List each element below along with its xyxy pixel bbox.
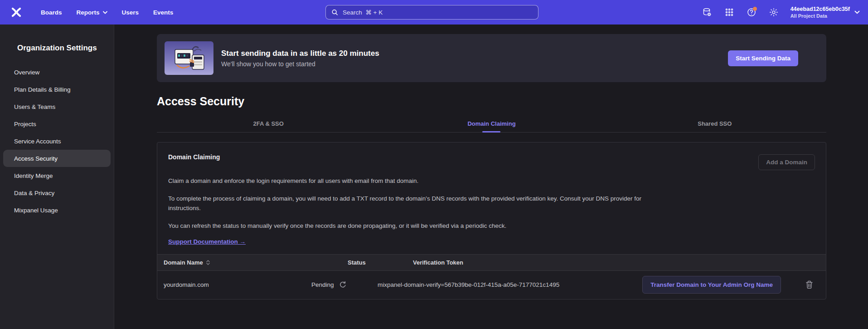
refresh-status-button[interactable]: [339, 281, 347, 289]
domain-table-row: yourdomain.com Pending mixpanel-domain-v…: [157, 271, 826, 299]
tab-2fa-sso[interactable]: 2FA & SSO: [157, 115, 380, 132]
domains-table-header: Domain Name Status Verification Token: [157, 254, 826, 271]
data-management-button[interactable]: [699, 4, 715, 20]
refresh-icon: [339, 281, 347, 289]
sidebar-item-mixpanel-usage[interactable]: Mixpanel Usage: [3, 201, 111, 219]
page-title: Access Security: [157, 95, 826, 108]
sidebar-item-overview[interactable]: Overview: [3, 64, 111, 81]
card-paragraph: You can refresh the status to manually v…: [168, 221, 651, 231]
top-navbar: Boards Reports Users Events: [0, 0, 868, 25]
transfer-domain-button[interactable]: Transfer Domain to Your Admin Org Name: [642, 276, 781, 294]
domain-name-cell: yourdomain.com: [157, 281, 311, 288]
onboarding-banner: Start sending data in as little as 20 mi…: [157, 34, 826, 82]
sort-icon: [206, 260, 210, 265]
banner-title: Start sending data in as little as 20 mi…: [221, 49, 379, 58]
help-button[interactable]: [743, 4, 760, 20]
nav-item-boards[interactable]: Boards: [34, 5, 69, 20]
main-content: Start sending data in as little as 20 mi…: [114, 25, 868, 329]
nav-item-label: Events: [153, 9, 173, 16]
add-domain-button[interactable]: Add a Domain: [758, 154, 815, 170]
domain-claiming-card: Domain Claiming Add a Domain Claim a dom…: [157, 142, 826, 300]
support-documentation-link[interactable]: Support Documentation →: [168, 238, 246, 245]
column-header-label: Domain Name: [164, 259, 203, 266]
delete-domain-button[interactable]: [805, 280, 813, 289]
apps-grid-icon: [725, 8, 734, 17]
nav-item-label: Reports: [77, 9, 100, 16]
sidebar-item-users-teams[interactable]: Users & Teams: [3, 98, 111, 115]
nav-item-users[interactable]: Users: [115, 5, 146, 20]
nav-item-events[interactable]: Events: [146, 5, 180, 20]
chevron-down-icon: [854, 10, 860, 14]
row-actions: Transfer Domain to Your Admin Org Name: [645, 276, 826, 294]
start-sending-data-button[interactable]: Start Sending Data: [728, 50, 798, 66]
verification-token-cell: mixpanel-domain-verify=567b39be-012f-415…: [375, 281, 645, 288]
column-header-status: Status: [311, 259, 375, 266]
column-header-domain-name[interactable]: Domain Name: [157, 259, 311, 266]
search-input[interactable]: [343, 9, 533, 16]
tab-shared-sso[interactable]: Shared SSO: [603, 115, 826, 132]
chevron-down-icon: [103, 11, 107, 14]
sidebar-item-data-privacy[interactable]: Data & Privacy: [3, 184, 111, 201]
devices-illustration-icon: [170, 44, 209, 72]
apps-grid-button[interactable]: [721, 4, 737, 20]
banner-subtitle: We'll show you how to get started: [221, 60, 379, 68]
nav-right-controls: 44eebad12c65eb0c35f All Project Data: [699, 4, 860, 20]
org-id: 44eebad12c65eb0c35f: [790, 5, 850, 13]
status-text: Pending: [311, 281, 334, 288]
global-search[interactable]: [325, 5, 538, 20]
nav-item-label: Users: [122, 9, 139, 16]
search-icon: [331, 9, 338, 16]
settings-button[interactable]: [766, 4, 782, 20]
card-title: Domain Claiming: [168, 153, 220, 161]
card-body: Claim a domain and enforce the login req…: [157, 177, 826, 254]
banner-illustration: [165, 41, 213, 75]
access-security-tabs: 2FA & SSO Domain Claiming Shared SSO: [157, 115, 826, 133]
card-paragraph: Claim a domain and enforce the login req…: [168, 177, 651, 186]
banner-text: Start sending data in as little as 20 mi…: [221, 49, 379, 68]
account-menu[interactable]: 44eebad12c65eb0c35f All Project Data: [790, 5, 860, 20]
sidebar-item-identity-merge[interactable]: Identity Merge: [3, 167, 111, 184]
status-cell: Pending: [311, 281, 375, 289]
notification-dot: [753, 7, 757, 11]
sidebar-item-projects[interactable]: Projects: [3, 115, 111, 133]
gear-icon: [769, 7, 779, 17]
trash-icon: [805, 280, 813, 289]
mixpanel-logo-icon[interactable]: [10, 6, 23, 19]
project-name: All Project Data: [790, 13, 850, 19]
column-header-verification-token: Verification Token: [375, 259, 645, 266]
sidebar-item-access-security[interactable]: Access Security: [3, 150, 111, 167]
org-settings-sidebar: Organization Settings Overview Plan Deta…: [0, 25, 114, 329]
card-header: Domain Claiming Add a Domain: [157, 142, 826, 170]
tab-domain-claiming[interactable]: Domain Claiming: [380, 115, 603, 132]
card-paragraph: To complete the process of claiming a do…: [168, 194, 651, 213]
sidebar-title: Organization Settings: [17, 44, 114, 53]
account-info: 44eebad12c65eb0c35f All Project Data: [790, 5, 850, 20]
nav-item-reports[interactable]: Reports: [69, 5, 115, 20]
nav-item-label: Boards: [41, 9, 62, 16]
database-gear-icon: [702, 7, 712, 17]
sidebar-item-service-accounts[interactable]: Service Accounts: [3, 133, 111, 150]
sidebar-item-plan-details-billing[interactable]: Plan Details & Billing: [3, 81, 111, 98]
